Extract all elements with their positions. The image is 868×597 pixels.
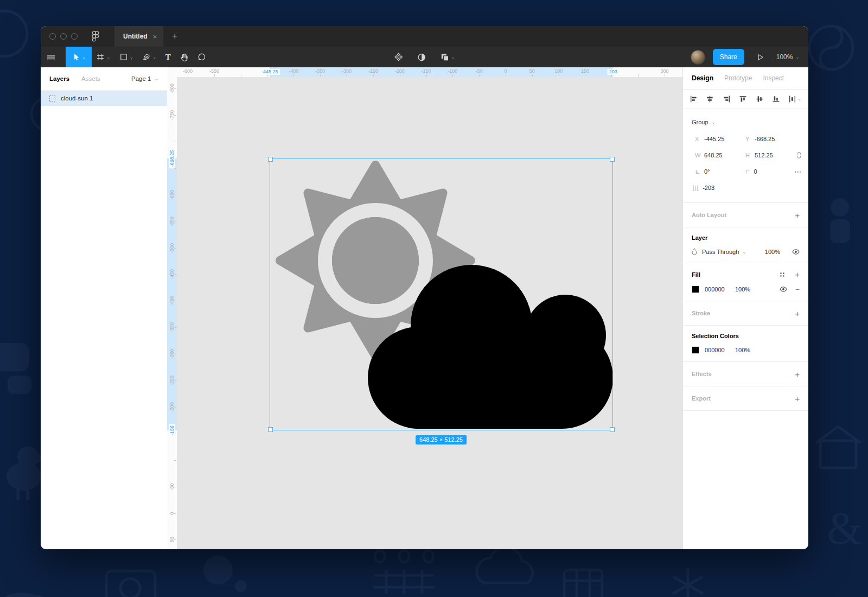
constrain-proportions-toggle[interactable] [796,151,802,159]
window-minimize-button[interactable] [60,33,67,40]
tab-prototype[interactable]: Prototype [724,74,752,82]
page-selector[interactable]: Page 1 ⌄ [131,75,158,82]
mask-tool-button[interactable] [412,47,430,67]
tab-assets[interactable]: Assets [81,75,100,82]
corner-radius-input[interactable]: 0 [754,168,757,175]
shape-tool-button[interactable]: ⌄ [115,47,138,67]
layer-visibility-toggle[interactable] [792,249,800,255]
ruler-label: -350 [170,322,175,332]
height-input[interactable]: 512.25 [755,152,773,158]
fill-color-swatch[interactable] [692,285,699,293]
boolean-chevron-icon: ⌄ [451,55,455,60]
component-tool-button[interactable] [390,47,407,67]
align-left-button[interactable] [690,96,697,103]
selection-type-dropdown[interactable]: Group ⌄ [683,113,808,131]
horizontal-ruler[interactable]: -600-550-400-350-300-250-200-150-100-500… [167,67,682,77]
ruler-label: -750 [170,110,175,120]
vertical-ruler[interactable]: -800-750-600-550-500-450-400-350-300-250… [167,67,177,549]
rotation-input[interactable]: 0° [704,168,710,175]
move-tool-button[interactable]: ⌄ [66,47,92,67]
selection-handle-bottom-left[interactable] [268,427,273,432]
position-row: X -445.25 Y -668.25 [683,131,808,147]
bg-house-icon [816,427,860,468]
document-tab[interactable]: Untitled × [114,26,163,47]
layer-opacity-input[interactable]: 100% [765,249,780,255]
remove-fill-button[interactable]: − [795,286,800,293]
selection-handle-top-left[interactable] [268,157,273,162]
hand-tool-button[interactable] [175,47,193,67]
spacing-input[interactable]: -203 [703,185,714,191]
add-effect-button[interactable]: + [795,370,800,378]
ruler-tick [506,74,506,77]
new-tab-button[interactable]: + [172,31,177,42]
selection-type-chevron-icon: ⌄ [712,119,716,125]
selection-bounding-box[interactable] [270,158,613,430]
bg-speech-bubbles-icon [0,343,31,394]
layer-list-item-selected[interactable]: cloud-sun 1 [41,91,167,106]
tab-inspect[interactable]: Inspect [763,74,784,82]
selection-handle-top-right[interactable] [610,157,615,162]
bg-snowflake-icon [673,568,703,597]
more-options-button[interactable]: ⋯ [794,168,802,175]
selection-color-hex[interactable]: 000000 [705,347,735,353]
add-stroke-button[interactable]: + [795,309,800,317]
layer-name: cloud-sun 1 [61,95,93,101]
fill-visibility-toggle[interactable] [780,287,787,292]
ruler-label: 50 [170,537,175,542]
bg-dot-large-icon [203,555,233,585]
selection-dimensions-badge: 648.25 × 512.25 [416,435,467,444]
distribute-chevron-icon: ⌄ [797,97,801,101]
tab-design[interactable]: Design [692,74,713,82]
add-fill-button[interactable]: + [795,270,800,278]
align-bottom-icon [773,96,780,103]
ruler-label: -200 [395,69,405,74]
present-button[interactable] [752,47,769,67]
ruler-corner [167,67,177,77]
x-input[interactable]: -445.25 [704,136,724,142]
main-menu-button[interactable] [41,47,61,67]
selection-color-opacity[interactable]: 100% [735,347,750,353]
fill-hex-input[interactable]: 000000 [705,286,735,293]
window-close-button[interactable] [49,33,56,40]
share-button[interactable]: Share [713,49,744,65]
align-vertical-center-button[interactable] [756,96,763,103]
fill-section: Fill + 000000 100% − [683,263,808,301]
figma-logo-icon[interactable] [92,31,99,42]
selection-handle-bottom-right[interactable] [610,427,615,432]
width-input[interactable]: 648.25 [704,152,723,158]
ruler-label: -800 [170,84,175,93]
distribute-button[interactable]: ⌄ [789,96,801,103]
canvas-viewport[interactable]: 648.25 × 512.25 -600-550-400-350-300-250… [167,67,682,549]
tab-close-icon[interactable]: × [153,33,157,40]
zoom-level-control[interactable]: 100% ⌄ [769,53,805,61]
desktop: { "titlebar": { "tab_title": "Untitled" … [0,0,868,597]
corner-radius-icon [745,169,754,175]
frame-tool-button[interactable]: ⌄ [92,47,115,67]
fill-styles-button[interactable] [779,271,786,278]
boolean-union-icon [440,53,449,62]
add-export-button[interactable]: + [795,395,800,403]
pen-tool-button[interactable]: ⌄ [138,47,161,67]
boolean-operations-button[interactable]: ⌄ [436,47,459,67]
align-horizontal-center-icon [706,96,713,103]
align-bottom-button[interactable] [773,96,780,103]
auto-layout-title: Auto Layout [692,212,726,218]
align-top-button[interactable] [739,96,746,103]
blend-mode-dropdown[interactable]: Pass Through [702,249,739,255]
ruler-label: -250 [368,69,378,74]
selection-colors-section: Selection Colors 000000 100% [683,326,808,362]
tab-layers[interactable]: Layers [49,75,69,82]
selection-color-swatch[interactable] [692,346,699,354]
ruler-label: -600 [183,69,193,74]
user-avatar[interactable] [691,50,705,65]
add-auto-layout-button[interactable]: + [795,211,800,219]
align-right-button[interactable] [723,96,730,103]
text-tool-button[interactable]: T [161,47,175,67]
y-input[interactable]: -668.25 [755,136,775,142]
fill-section-title: Fill [692,271,700,278]
comment-tool-button[interactable] [193,47,210,67]
fill-opacity-input[interactable]: 100% [735,286,750,293]
window-zoom-button[interactable] [71,33,78,40]
spacing-row: ]|[ -203 [683,180,808,196]
align-horizontal-center-button[interactable] [706,96,713,103]
